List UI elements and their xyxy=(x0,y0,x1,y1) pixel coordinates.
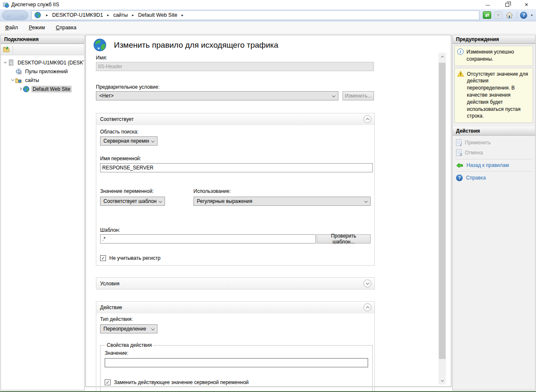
tree-item-app-pools[interactable]: Пулы приложений xyxy=(1,67,84,76)
restore-button[interactable] xyxy=(497,0,517,9)
match-section: Соответствует Область поиска: Серверная … xyxy=(96,113,375,266)
expand-button[interactable] xyxy=(363,279,371,287)
tree-item-server[interactable]: DESKTOP-U1MK9D1 (DESKTOP xyxy=(1,58,84,67)
cancel-icon: ✕ xyxy=(456,149,461,156)
chevron-up-icon xyxy=(441,56,443,59)
minimize-button[interactable]: — xyxy=(478,0,497,9)
action-section-header[interactable]: Действие xyxy=(96,302,374,313)
tree-label-default-web-site: Default Web Site xyxy=(31,86,72,92)
cancel-action[interactable]: ✕ Отмена xyxy=(453,148,535,158)
back-arrow-icon xyxy=(456,163,463,168)
warning-note-text: Отсутствует значение для действия переоп… xyxy=(467,71,531,120)
scrollbar-thumb[interactable] xyxy=(439,63,446,359)
help-label: Справка xyxy=(466,175,486,181)
app-pools-icon xyxy=(15,68,22,75)
action-section: Действие Тип действия: Переопределение С… xyxy=(96,301,375,392)
edit-precondition-button[interactable]: Изменить... xyxy=(343,91,374,100)
tree-item-default-web-site[interactable]: Default Web Site xyxy=(1,85,84,93)
chevron-right-icon[interactable] xyxy=(18,88,23,90)
cancel-label: Отмена xyxy=(465,150,483,156)
info-note-icon-wrap: i xyxy=(457,49,464,63)
help-action[interactable]: ? Справка xyxy=(453,173,535,183)
breadcrumb-arrow[interactable]: ▸ xyxy=(107,13,109,17)
close-icon: ✕ xyxy=(524,2,528,8)
replace-value-checkbox[interactable]: ✓ xyxy=(105,379,111,385)
chevron-down-icon[interactable] xyxy=(10,79,15,81)
ignore-case-row[interactable]: ✓ Не учитывать регистр xyxy=(100,255,371,261)
breadcrumb-arrow[interactable]: ▸ xyxy=(46,13,48,17)
conditions-section-title: Условия xyxy=(100,281,119,287)
menu-view[interactable]: Режим xyxy=(29,25,45,31)
refresh-button[interactable]: ⇄ xyxy=(483,11,491,19)
connections-header: Подключения xyxy=(1,35,84,44)
conditions-section-header[interactable]: Условия xyxy=(96,278,374,289)
precondition-select[interactable]: <Нет> xyxy=(96,91,338,100)
title-bar: Диспетчер служб IIS — ✕ xyxy=(0,0,536,9)
menu-help[interactable]: Справка xyxy=(56,25,76,31)
collapse-button[interactable] xyxy=(363,303,371,311)
action-type-select[interactable]: Переопределение xyxy=(100,324,157,333)
forward-nav-button[interactable]: → xyxy=(19,12,24,18)
chevron-down-icon xyxy=(330,93,335,99)
help-icon: ? xyxy=(522,13,525,18)
tree-item-sites[interactable]: сайты xyxy=(1,76,84,85)
globe-icon xyxy=(34,12,41,18)
breadcrumb-arrow[interactable]: ▸ xyxy=(181,13,183,17)
vertical-scrollbar[interactable] xyxy=(438,53,446,384)
disconnect-button[interactable]: ✕ xyxy=(494,11,502,19)
action-section-body: Тип действия: Переопределение Свойства д… xyxy=(96,313,374,392)
help-dropdown-arrow-icon[interactable]: ▾ xyxy=(531,13,533,17)
ignore-case-checkbox[interactable]: ✓ xyxy=(100,255,106,261)
breadcrumb-item-sites[interactable]: сайты xyxy=(112,12,129,18)
pattern-field[interactable] xyxy=(100,234,316,243)
actions-separator xyxy=(455,159,533,159)
replace-value-label: Заменить действующее значение серверной … xyxy=(114,379,249,385)
menu-file[interactable]: Файл xyxy=(5,25,18,31)
action-properties-group: Свойства действия Значение: ✓ Заменить д… xyxy=(100,342,373,392)
close-button[interactable]: ✕ xyxy=(517,0,536,9)
action-type-label: Тип действия: xyxy=(100,316,371,322)
scope-select[interactable]: Серверная переменн xyxy=(100,136,157,146)
tree-label-server: DESKTOP-U1MK9D1 (DESKTOP xyxy=(16,59,84,66)
site-globe-icon xyxy=(23,86,30,92)
chevron-up-icon xyxy=(366,306,369,310)
variable-value-select[interactable]: Соответствует шаблону xyxy=(100,197,165,206)
home-button[interactable] xyxy=(505,11,514,19)
match-section-header[interactable]: Соответствует xyxy=(96,113,374,125)
match-section-title: Соответствует xyxy=(100,116,134,122)
variable-name-field[interactable] xyxy=(100,163,373,172)
info-note: i Изменения успешно сохранены. xyxy=(454,46,533,66)
breadcrumb-item-site[interactable]: Default Web Site xyxy=(137,12,178,18)
replace-value-row[interactable]: ✓ Заменить действующее значение серверно… xyxy=(105,379,368,385)
help-menu-button[interactable]: ? xyxy=(520,12,527,19)
using-select[interactable]: Регулярные выражения xyxy=(193,197,371,206)
using-group: Использование: Регулярные выражения xyxy=(193,188,371,206)
apply-action[interactable]: ✓ Применить xyxy=(453,138,535,148)
variable-name-label: Имя переменной: xyxy=(100,156,371,161)
breadcrumb-arrow[interactable]: ▸ xyxy=(132,13,134,17)
variable-value-label: Значение переменной: xyxy=(100,188,193,194)
chevron-up-icon xyxy=(366,118,369,121)
breadcrumb[interactable]: ▸ DESKTOP-U1MK9D1 ▸ сайты ▸ Default Web … xyxy=(31,10,479,20)
name-field[interactable] xyxy=(96,62,374,71)
info-note-text: Изменения успешно сохранены. xyxy=(466,49,531,63)
create-connection-icon[interactable] xyxy=(3,46,10,53)
ignore-case-label: Не учитывать регистр xyxy=(109,255,160,261)
chevron-down-icon[interactable] xyxy=(3,61,8,64)
action-value-field[interactable] xyxy=(105,358,368,367)
collapse-button[interactable] xyxy=(363,115,371,123)
page-title: Изменить правило для исходящего трафика xyxy=(114,41,278,50)
precondition-label: Предварительное условие: xyxy=(96,84,375,90)
scroll-up-button[interactable] xyxy=(438,53,446,60)
precondition-value: <Нет> xyxy=(99,93,113,99)
scroll-down-button[interactable] xyxy=(438,377,446,384)
breadcrumb-item-server[interactable]: DESKTOP-U1MK9D1 xyxy=(52,12,104,18)
minimize-icon: — xyxy=(486,2,490,7)
back-to-rules-action[interactable]: Назад к правилам xyxy=(453,161,535,170)
back-nav-button[interactable]: ← xyxy=(6,12,12,18)
test-pattern-button[interactable]: Проверить шаблон... xyxy=(317,234,371,243)
window-title: Диспетчер служб IIS xyxy=(11,2,59,8)
warning-note: Отсутствует значение для действия переоп… xyxy=(454,68,533,123)
name-label: Имя: xyxy=(96,55,375,61)
actions-header: Действия xyxy=(453,127,535,136)
